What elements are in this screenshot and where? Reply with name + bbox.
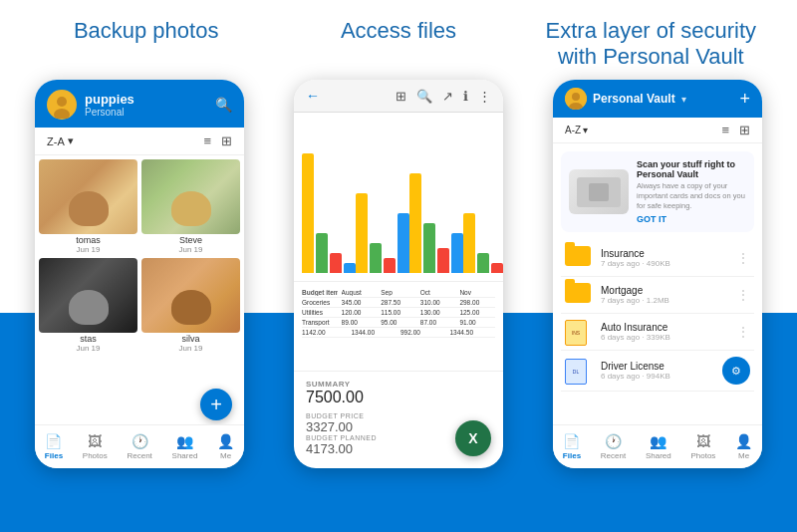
section-title-vault: Extra layer of security with Personal Va… [536, 18, 765, 70]
doc-icon: INS [565, 320, 593, 344]
avatar [47, 90, 77, 120]
file-meta: 7 days ago · 1.2MB [601, 296, 728, 305]
info-icon[interactable]: ℹ [463, 89, 468, 104]
ss-header-row: Budget items August Sep Oct Nov [302, 288, 495, 298]
ss-cell: 345.00 [342, 299, 378, 306]
file-info: Insurance 7 days ago · 490KB [601, 248, 728, 268]
nav-item-files[interactable]: 📄 Files [45, 433, 63, 460]
ss-cell: 1344.50 [450, 329, 496, 336]
section-title-backup: Backup photos [32, 18, 261, 44]
photo-item-silva[interactable]: silva Jun 19 [141, 258, 240, 353]
nav-item-me[interactable]: 👤 Me [217, 433, 234, 460]
menu-icon[interactable]: ≡ [721, 123, 729, 137]
ss-cell: 1142.00 [302, 329, 348, 336]
grid-icon[interactable]: ⊞ [739, 123, 750, 137]
search-icon[interactable]: 🔍 [416, 89, 432, 104]
vault-title: Personal Vault [593, 92, 675, 106]
add-button[interactable]: + [739, 89, 750, 110]
nav-item-photos[interactable]: 🖼 Photos [690, 433, 715, 460]
promo-title: Scan your stuff right to Personal Vault [637, 159, 746, 179]
bar [451, 233, 463, 273]
section-title-access: Access files [284, 18, 513, 44]
promo-text: Scan your stuff right to Personal Vault … [637, 159, 746, 224]
excel-button[interactable]: X [455, 420, 491, 456]
got-it-button[interactable]: GOT IT [637, 214, 746, 224]
main-container: Backup photos Access files Extra layer o… [0, 0, 797, 532]
file-item-driver-license[interactable]: DL Driver License 6 days ago · 994KB ⚙ [561, 351, 754, 392]
toolbar-right: ≡ ⊞ [721, 123, 750, 137]
recent-icon: 🕐 [132, 433, 148, 449]
ss-cell: Utilities [302, 309, 338, 316]
nav-label: Photos [690, 451, 715, 460]
nav-label: Me [220, 451, 231, 460]
photo-item-steve[interactable]: Steve Jun 19 [141, 159, 240, 254]
svg-point-4 [572, 93, 580, 101]
bar [491, 263, 503, 273]
bar-group-2 [356, 193, 409, 273]
more-icon[interactable]: ⋮ [478, 89, 491, 104]
file-item-mortgage[interactable]: Mortgage 7 days ago · 1.2MB ⋮ [561, 277, 754, 314]
phone3-nav: 📄 Files 🕐 Recent 👥 Shared 🖼 Photos 👤 [553, 424, 762, 468]
phone1-title: puppies Personal [85, 92, 207, 118]
phone-access: ← ⊞ 🔍 ↗ ℹ ⋮ [294, 80, 503, 468]
file-list: Insurance 7 days ago · 490KB ⋮ Mortgage … [553, 240, 762, 392]
photo-item-tomas[interactable]: tomas Jun 19 [39, 159, 137, 254]
nav-item-shared[interactable]: 👥 Shared [646, 433, 671, 460]
sort-az[interactable]: A-Z ▾ [565, 125, 588, 135]
vault-avatar [565, 88, 587, 110]
file-item-insurance[interactable]: Insurance 7 days ago · 490KB ⋮ [561, 240, 754, 277]
nav-item-recent[interactable]: 🕐 Recent [601, 433, 626, 460]
menu-icon[interactable]: ≡ [203, 133, 211, 148]
file-item-auto-insurance[interactable]: INS Auto Insurance 6 days ago · 339KB ⋮ [561, 314, 754, 351]
nav-item-recent[interactable]: 🕐 Recent [127, 433, 151, 460]
me-icon: 👤 [217, 433, 234, 449]
photo-date: Jun 19 [141, 245, 240, 254]
more-icon[interactable]: ⋮ [736, 324, 750, 340]
nav-label: Shared [172, 451, 198, 460]
photo-name: tomas [39, 235, 137, 245]
ss-cell: 130.00 [420, 309, 456, 316]
grid-icon[interactable]: ⊞ [221, 133, 232, 148]
more-icon[interactable]: ⋮ [736, 287, 750, 303]
more-icon[interactable]: ⋮ [736, 250, 750, 266]
photo-item-stas[interactable]: stas Jun 19 [39, 258, 137, 353]
bar [316, 233, 328, 273]
sort-label[interactable]: Z-A ▾ [47, 134, 74, 147]
ss-cell: August [342, 289, 378, 296]
phone-backup: puppies Personal 🔍 Z-A ▾ ≡ ⊞ [35, 80, 244, 468]
ss-cell: 310.00 [420, 299, 456, 306]
phones-row: puppies Personal 🔍 Z-A ▾ ≡ ⊞ [0, 80, 797, 532]
id-card-shape [577, 177, 621, 207]
ss-cell: 89.00 [342, 319, 378, 326]
bar [356, 193, 368, 273]
shared-icon: 👥 [650, 433, 666, 449]
ss-cell: 87.00 [420, 319, 456, 326]
add-button[interactable]: + [200, 389, 232, 420]
bar [330, 253, 342, 273]
share-icon[interactable]: ↗ [442, 89, 453, 104]
files-icon: 📄 [563, 433, 580, 449]
bar [437, 248, 449, 273]
promo-sub: Always have a copy of your important car… [637, 181, 746, 210]
photo-grid: tomas Jun 19 Steve Jun 19 stas Jun 19 [35, 155, 244, 357]
nav-item-files[interactable]: 📄 Files [563, 433, 581, 460]
bar [344, 263, 356, 273]
photos-icon: 🖼 [88, 433, 102, 449]
nav-item-me[interactable]: 👤 Me [735, 433, 752, 460]
photo-name: silva [141, 334, 240, 344]
photo-name: stas [39, 334, 137, 344]
bar [384, 258, 396, 273]
ss-cell: 1344.00 [352, 329, 398, 336]
photos-icon: 🖼 [696, 433, 710, 449]
file-name: Mortgage [601, 285, 728, 296]
grid-icon[interactable]: ⊞ [396, 89, 406, 104]
nav-item-photos[interactable]: 🖼 Photos [83, 433, 108, 460]
search-icon[interactable]: 🔍 [215, 97, 232, 113]
ss-cell: 91.00 [459, 319, 495, 326]
scan-button[interactable]: ⚙ [722, 357, 750, 385]
bar [423, 223, 435, 273]
nav-item-shared[interactable]: 👥 Shared [172, 433, 198, 460]
folder-icon [565, 246, 593, 270]
spreadsheet-area: Budget items August Sep Oct Nov Grocerie… [294, 282, 503, 372]
back-button[interactable]: ← [306, 88, 320, 104]
